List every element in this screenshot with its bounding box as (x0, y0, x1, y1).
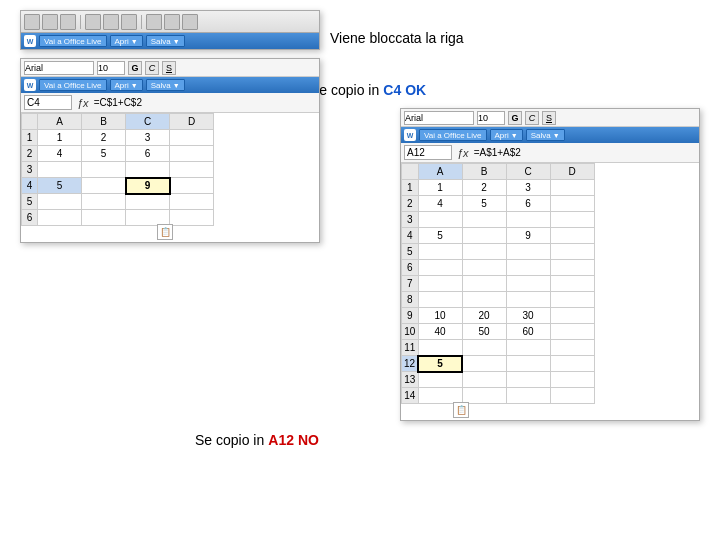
cell-d6-left[interactable] (170, 210, 214, 226)
cell-d4-right[interactable] (550, 228, 594, 244)
cell-d2-left[interactable] (170, 146, 214, 162)
cell-a7-right[interactable] (418, 276, 462, 292)
cell-a10-right[interactable]: 40 (418, 324, 462, 340)
cell-c2-right[interactable]: 6 (506, 196, 550, 212)
col-c-left[interactable]: C (126, 114, 170, 130)
cell-a5-left[interactable] (38, 194, 82, 210)
cell-b10-right[interactable]: 50 (462, 324, 506, 340)
cell-c10-right[interactable]: 60 (506, 324, 550, 340)
cell-d11-right[interactable] (550, 340, 594, 356)
col-a-right[interactable]: A (418, 164, 462, 180)
cell-a4-left[interactable]: 5 (38, 178, 82, 194)
cell-b9-right[interactable]: 20 (462, 308, 506, 324)
cell-a1-right[interactable]: 1 (418, 180, 462, 196)
paste-icon-left[interactable]: 📋 (157, 224, 173, 240)
cell-c4-left[interactable]: 9 (126, 178, 170, 194)
cell-d12-right[interactable] (550, 356, 594, 372)
cell-d13-right[interactable] (550, 372, 594, 388)
font-size-right[interactable] (477, 111, 505, 125)
cell-b6-left[interactable] (82, 210, 126, 226)
cell-c3-left[interactable] (126, 162, 170, 178)
cell-a6-left[interactable] (38, 210, 82, 226)
underline-btn-right[interactable]: S (542, 111, 556, 125)
salva-btn-left[interactable]: Salva ▼ (146, 79, 185, 91)
cell-d3-right[interactable] (550, 212, 594, 228)
cell-d8-right[interactable] (550, 292, 594, 308)
cell-c6-right[interactable] (506, 260, 550, 276)
cell-b2-right[interactable]: 5 (462, 196, 506, 212)
cell-b2-left[interactable]: 5 (82, 146, 126, 162)
cell-c1-right[interactable]: 3 (506, 180, 550, 196)
cell-b1-right[interactable]: 2 (462, 180, 506, 196)
italic-btn-right[interactable]: C (525, 111, 539, 125)
cell-b6-right[interactable] (462, 260, 506, 276)
cell-a3-right[interactable] (418, 212, 462, 228)
cell-c7-right[interactable] (506, 276, 550, 292)
cell-b4-left[interactable] (82, 178, 126, 194)
cell-a2-left[interactable]: 4 (38, 146, 82, 162)
cell-d5-right[interactable] (550, 244, 594, 260)
cell-a3-left[interactable] (38, 162, 82, 178)
cell-c3-right[interactable] (506, 212, 550, 228)
apri-btn-left[interactable]: Apri ▼ (110, 79, 143, 91)
apri-btn-right[interactable]: Apri ▼ (490, 129, 523, 141)
cell-c12-right[interactable] (506, 356, 550, 372)
cell-b11-right[interactable] (462, 340, 506, 356)
vai-live-btn-left[interactable]: Vai a Office Live (39, 79, 107, 91)
col-d-right[interactable]: D (550, 164, 594, 180)
col-d-left[interactable]: D (170, 114, 214, 130)
cell-d9-right[interactable] (550, 308, 594, 324)
font-name-left[interactable] (24, 61, 94, 75)
cell-b1-left[interactable]: 2 (82, 130, 126, 146)
vai-live-btn-right[interactable]: Vai a Office Live (419, 129, 487, 141)
col-a-left[interactable]: A (38, 114, 82, 130)
apri-btn-ghost[interactable]: Apri ▼ (110, 35, 143, 47)
vai-live-btn-ghost[interactable]: Vai a Office Live (39, 35, 107, 47)
cell-d7-right[interactable] (550, 276, 594, 292)
cell-d10-right[interactable] (550, 324, 594, 340)
col-b-left[interactable]: B (82, 114, 126, 130)
bold-btn-left[interactable]: G (128, 61, 142, 75)
cell-c9-right[interactable]: 30 (506, 308, 550, 324)
paste-icon-right[interactable]: 📋 (453, 402, 469, 418)
cell-c4-right[interactable]: 9 (506, 228, 550, 244)
cell-b5-left[interactable] (82, 194, 126, 210)
underline-btn-left[interactable]: S (162, 61, 176, 75)
cell-b5-right[interactable] (462, 244, 506, 260)
cell-a2-right[interactable]: 4 (418, 196, 462, 212)
cell-d14-right[interactable] (550, 388, 594, 404)
cell-a5-right[interactable] (418, 244, 462, 260)
cell-c2-left[interactable]: 6 (126, 146, 170, 162)
font-name-right[interactable] (404, 111, 474, 125)
cell-ref-right[interactable]: A12 (404, 145, 452, 160)
cell-a11-right[interactable] (418, 340, 462, 356)
col-b-right[interactable]: B (462, 164, 506, 180)
cell-b3-left[interactable] (82, 162, 126, 178)
cell-b4-right[interactable] (462, 228, 506, 244)
salva-btn-ghost[interactable]: Salva ▼ (146, 35, 185, 47)
cell-d2-right[interactable] (550, 196, 594, 212)
cell-b12-right[interactable] (462, 356, 506, 372)
cell-b8-right[interactable] (462, 292, 506, 308)
cell-d4-left[interactable] (170, 178, 214, 194)
cell-c11-right[interactable] (506, 340, 550, 356)
cell-c5-right[interactable] (506, 244, 550, 260)
cell-c8-right[interactable] (506, 292, 550, 308)
cell-a1-left[interactable]: 1 (38, 130, 82, 146)
cell-d1-right[interactable] (550, 180, 594, 196)
cell-c1-left[interactable]: 3 (126, 130, 170, 146)
cell-a13-right[interactable] (418, 372, 462, 388)
cell-a12-right[interactable]: 5 (418, 356, 462, 372)
salva-btn-right[interactable]: Salva ▼ (526, 129, 565, 141)
italic-btn-left[interactable]: C (145, 61, 159, 75)
cell-b3-right[interactable] (462, 212, 506, 228)
cell-c5-left[interactable] (126, 194, 170, 210)
bold-btn-right[interactable]: G (508, 111, 522, 125)
cell-ref-left[interactable]: C4 (24, 95, 72, 110)
cell-a8-right[interactable] (418, 292, 462, 308)
cell-d5-left[interactable] (170, 194, 214, 210)
col-c-right[interactable]: C (506, 164, 550, 180)
cell-a4-right[interactable]: 5 (418, 228, 462, 244)
cell-b7-right[interactable] (462, 276, 506, 292)
cell-a9-right[interactable]: 10 (418, 308, 462, 324)
